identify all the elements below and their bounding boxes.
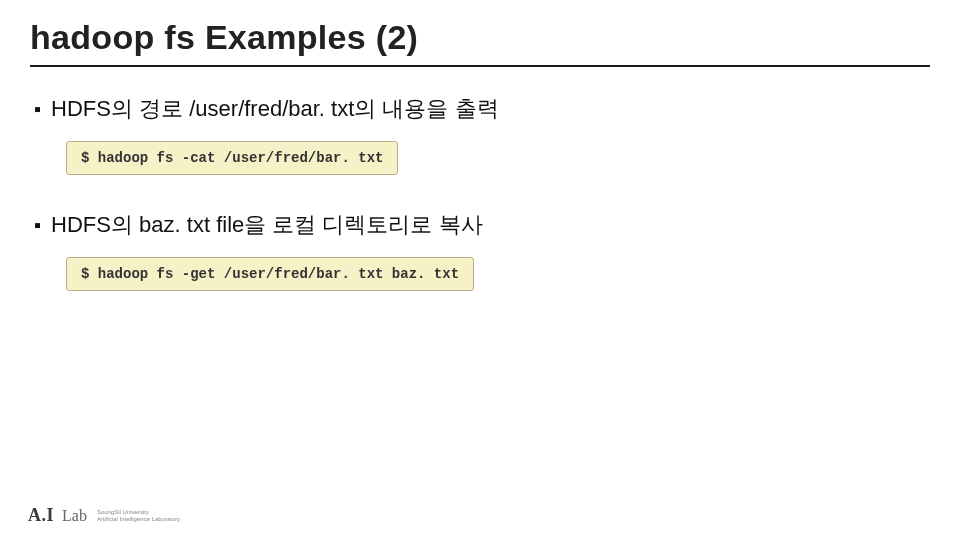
bullet-row-2: ▪ HDFS의 baz. txt file을 로컬 디렉토리로 복사: [34, 211, 930, 239]
bullet-prefix: HDFS의: [51, 212, 139, 237]
bullet-text-1: HDFS의 경로 /user/fred/bar. txt의 내용을 출력: [51, 95, 498, 123]
bullet-icon: ▪: [34, 211, 41, 239]
footer-sub-lab: Artificial Intelligence Laboratory: [97, 516, 180, 523]
title-divider: [30, 65, 930, 67]
code-block-1: $ hadoop fs -cat /user/fred/bar. txt: [66, 141, 398, 175]
code-block-2: $ hadoop fs -get /user/fred/bar. txt baz…: [66, 257, 474, 291]
bullet-prefix: HDFS의 경로: [51, 96, 189, 121]
bullet-row-1: ▪ HDFS의 경로 /user/fred/bar. txt의 내용을 출력: [34, 95, 930, 123]
footer: A.I Lab SoongSil University Artificial I…: [28, 505, 180, 526]
page-title: hadoop fs Examples (2): [30, 18, 930, 57]
slide: hadoop fs Examples (2) ▪ HDFS의 경로 /user/…: [0, 0, 960, 540]
footer-logo-lab: Lab: [62, 507, 87, 525]
bullet-text-2: HDFS의 baz. txt file을 로컬 디렉토리로 복사: [51, 211, 483, 239]
bullet-suffix: 을 로컬 디렉토리로 복사: [244, 212, 482, 237]
footer-logo-main: A.I: [28, 505, 54, 526]
footer-sub: SoongSil University Artificial Intellige…: [97, 509, 180, 523]
bullet-suffix: 의 내용을 출력: [354, 96, 498, 121]
bullet-icon: ▪: [34, 95, 41, 123]
footer-sub-univ: SoongSil University: [97, 509, 180, 516]
content-body: ▪ HDFS의 경로 /user/fred/bar. txt의 내용을 출력 $…: [30, 95, 930, 327]
bullet-path: baz. txt file: [139, 212, 244, 237]
bullet-path: /user/fred/bar. txt: [189, 96, 354, 121]
